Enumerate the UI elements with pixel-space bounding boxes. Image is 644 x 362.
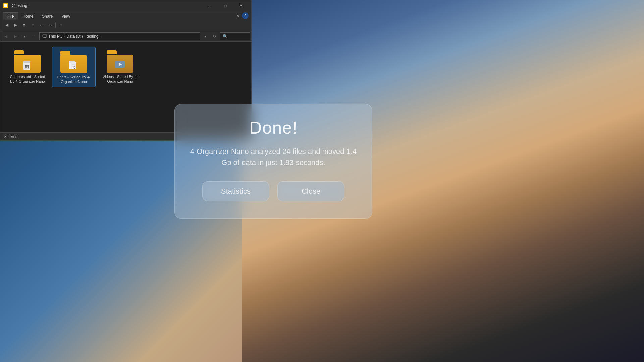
ribbon-tab-share[interactable]: Share	[38, 12, 57, 20]
search-box[interactable]: 🔍	[220, 32, 250, 40]
svg-rect-4	[43, 38, 46, 38]
search-icon: 🔍	[223, 34, 228, 39]
path-end-arrow: ›	[100, 34, 101, 38]
folder-compressed-icon: ⊞	[14, 50, 41, 73]
folder-fonts-label: Fonts - Sorted By 4-Organizer Nano	[55, 75, 93, 84]
maximize-button[interactable]: □	[218, 0, 233, 11]
folder-fonts-icon: g	[60, 50, 87, 73]
ribbon-actions: ◀ ▶ ▾ ↑ ↩ ↪ ≡	[0, 20, 251, 31]
path-sep-2: ›	[84, 34, 85, 38]
nav-back-btn[interactable]: ◀	[2, 32, 10, 40]
quick-access-back[interactable]: ◀	[3, 21, 10, 29]
quick-access-up[interactable]: ↑	[29, 21, 37, 29]
svg-rect-6	[23, 61, 30, 63]
redo-btn[interactable]: ↪	[47, 21, 54, 29]
separator	[55, 22, 56, 28]
close-dialog-button[interactable]: Close	[277, 181, 344, 201]
address-right-controls: ▾ ↻	[202, 32, 218, 40]
window-title: D:\testing	[10, 3, 202, 8]
done-title: Done!	[188, 118, 359, 138]
nav-dropdown-btn[interactable]: ▾	[20, 32, 29, 40]
path-testing[interactable]: testing	[87, 34, 98, 39]
ribbon-expand-btn[interactable]: ∨	[234, 12, 242, 20]
refresh-btn[interactable]: ↻	[210, 32, 218, 40]
path-this-pc[interactable]: This PC	[48, 34, 63, 39]
path-dropdown-btn[interactable]: ▾	[202, 32, 210, 40]
statistics-button[interactable]: Statistics	[202, 181, 269, 201]
svg-rect-1	[4, 4, 7, 7]
nav-up-btn[interactable]: ↑	[30, 32, 38, 40]
quick-access-forward[interactable]: ▶	[12, 21, 19, 29]
ribbon-tab-view[interactable]: View	[57, 12, 74, 20]
window-controls: – □ ✕	[202, 0, 249, 11]
path-sep-1: ›	[64, 34, 65, 38]
ribbon-tab-home[interactable]: Home	[18, 12, 38, 20]
svg-text:g: g	[73, 64, 75, 69]
svg-rect-2	[43, 35, 47, 37]
folder-compressed-label: Compressed - Sorted By 4-Organizer Nano	[8, 74, 47, 84]
folder-compressed[interactable]: ⊞ Compressed - Sorted By 4-Organizer Nan…	[6, 47, 49, 87]
computer-icon	[42, 34, 47, 39]
nav-forward-btn[interactable]: ▶	[11, 32, 19, 40]
svg-rect-3	[44, 37, 46, 38]
address-bar: ◀ ▶ ▾ ↑ This PC › Data (D:) › testing › …	[0, 31, 251, 42]
folder-fonts[interactable]: g Fonts - Sorted By 4-Organizer Nano	[52, 47, 96, 87]
undo-btn[interactable]: ↩	[38, 21, 45, 29]
done-buttons: Statistics Close	[188, 181, 359, 201]
folder-videos-icon	[107, 50, 133, 73]
close-button[interactable]: ✕	[233, 0, 249, 11]
title-bar: D:\testing – □ ✕	[0, 0, 251, 11]
done-dialog: Done! 4-Organizer Nano analyzed 24 files…	[174, 104, 372, 219]
folder-videos-label: Videos - Sorted By 4-Organizer Nano	[101, 74, 139, 84]
ribbon-tab-file[interactable]: File	[3, 12, 18, 20]
path-data-d[interactable]: Data (D:)	[66, 34, 83, 39]
quick-access-recent[interactable]: ▾	[20, 21, 28, 29]
done-message: 4-Organizer Nano analyzed 24 files and m…	[188, 146, 359, 168]
window-icon	[3, 3, 8, 8]
svg-text:⊞: ⊞	[25, 64, 29, 69]
minimize-button[interactable]: –	[202, 0, 218, 11]
ribbon-help-btn[interactable]: ?	[242, 12, 249, 19]
folder-videos[interactable]: Videos - Sorted By 4-Organizer Nano	[98, 47, 142, 87]
item-count: 3 items	[4, 134, 17, 139]
properties-btn[interactable]: ≡	[57, 21, 64, 29]
address-path[interactable]: This PC › Data (D:) › testing ›	[39, 32, 200, 40]
ribbon-tabs: File Home Share View ∨ ?	[0, 11, 251, 20]
ribbon: File Home Share View ∨ ? ◀ ▶ ▾ ↑ ↩ ↪ ≡	[0, 11, 251, 31]
